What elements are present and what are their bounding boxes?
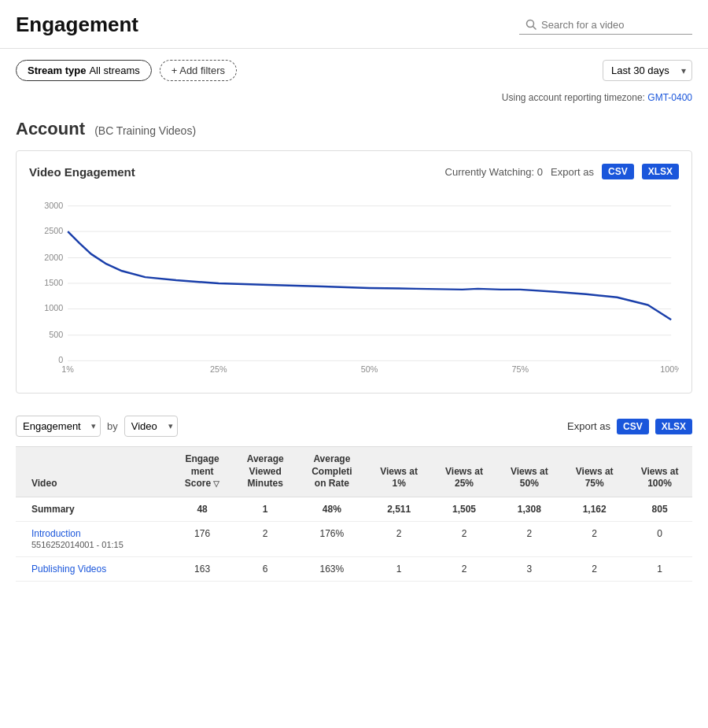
timezone-link[interactable]: GMT-0400	[647, 92, 692, 103]
summary-avg-completion: 48%	[297, 497, 367, 521]
row2-views-50: 3	[496, 556, 562, 581]
col-header-views-50: Views at50%	[496, 447, 562, 497]
row1-views-1: 2	[367, 521, 432, 556]
table-row: Publishing Videos 163 6 163% 1 2 3 2 1	[16, 556, 692, 581]
page-header: Engagement	[0, 0, 708, 49]
metric-select[interactable]: Engagement	[16, 416, 101, 437]
row2-views-1: 1	[367, 556, 432, 581]
svg-text:1500: 1500	[44, 278, 63, 287]
search-icon	[525, 19, 537, 30]
row1-avg-completion: 176%	[297, 521, 367, 556]
date-range-wrapper: Last 30 daysLast 7 daysLast 90 daysCusto…	[603, 60, 692, 81]
data-table-wrapper: Video EngagementScore ▽ AverageViewedMin…	[0, 446, 708, 582]
account-subtitle: (BC Training Videos)	[94, 124, 196, 137]
table-export-csv-button[interactable]: CSV	[617, 419, 649, 434]
svg-text:2500: 2500	[44, 226, 63, 235]
table-export-controls: Export as CSV XLSX	[567, 419, 692, 434]
svg-text:2000: 2000	[44, 253, 63, 262]
chart-header: Video Engagement Currently Watching: 0 E…	[29, 164, 679, 179]
timezone-row: Using account reporting timezone: GMT-04…	[0, 92, 708, 111]
engagement-chart-wrapper: 0 500 1000 1500 2000 2500 3000 1% 25% 50…	[29, 189, 679, 380]
col-header-views-25: Views at25%	[432, 447, 497, 497]
row1-views-50: 2	[496, 521, 562, 556]
table-export-label: Export as	[567, 420, 610, 432]
col-header-avg-viewed: AverageViewedMinutes	[233, 447, 297, 497]
row1-views-75: 2	[562, 521, 627, 556]
video-cell-2: Publishing Videos	[16, 556, 171, 581]
svg-text:500: 500	[49, 330, 63, 339]
summary-avg-viewed: 1	[233, 497, 297, 521]
row1-views-25: 2	[432, 521, 497, 556]
svg-text:100%: 100%	[660, 364, 679, 374]
dimension-select[interactable]: Video	[124, 416, 178, 437]
svg-line-1	[533, 27, 537, 30]
summary-engagement-score: 48	[171, 497, 234, 521]
account-section-title: Account (BC Training Videos)	[0, 111, 708, 150]
chart-meta: Currently Watching: 0 Export as CSV XLSX	[445, 164, 679, 179]
timezone-prefix: Using account reporting timezone:	[502, 92, 645, 103]
currently-watching-label: Currently Watching: 0	[445, 166, 544, 178]
row1-avg-viewed: 2	[233, 521, 297, 556]
col-header-views-1: Views at1%	[367, 447, 432, 497]
chart-export-xlsx-button[interactable]: XLSX	[642, 164, 679, 179]
svg-text:1%: 1%	[61, 364, 74, 374]
add-filters-button[interactable]: + Add filters	[160, 60, 237, 81]
svg-text:25%: 25%	[210, 364, 227, 374]
svg-text:75%: 75%	[512, 364, 529, 374]
page-title: Engagement	[16, 13, 138, 37]
table-controls: Engagement by Video Export as CSV XLSX	[0, 406, 708, 446]
col-header-views-100: Views at100%	[627, 447, 692, 497]
engagement-table: Video EngagementScore ▽ AverageViewedMin…	[16, 446, 692, 582]
account-label: Account	[16, 119, 85, 139]
chart-title: Video Engagement	[29, 165, 135, 179]
dimension-select-wrapper: Video	[124, 416, 178, 437]
summary-views-100: 805	[627, 497, 692, 521]
date-range-select[interactable]: Last 30 daysLast 7 daysLast 90 daysCusto…	[603, 60, 692, 81]
filters-left: Stream type All streams + Add filters	[16, 60, 237, 81]
video-link-2[interactable]: Publishing Videos	[31, 564, 167, 575]
by-label: by	[107, 420, 118, 432]
search-box[interactable]	[519, 16, 692, 35]
row2-avg-viewed: 6	[233, 556, 297, 581]
row1-views-100: 0	[627, 521, 692, 556]
row1-engagement-score: 176	[171, 521, 234, 556]
col-header-avg-completion: AverageCompletion Rate	[297, 447, 367, 497]
col-header-views-75: Views at75%	[562, 447, 627, 497]
summary-views-75: 1,162	[562, 497, 627, 521]
svg-text:1000: 1000	[44, 303, 63, 312]
search-input[interactable]	[541, 19, 683, 31]
svg-text:50%: 50%	[361, 364, 378, 374]
svg-text:0: 0	[58, 355, 63, 364]
chart-export-csv-button[interactable]: CSV	[602, 164, 634, 179]
row2-views-75: 2	[562, 556, 627, 581]
metric-select-wrapper: Engagement	[16, 416, 101, 437]
video-link-1[interactable]: Introduction	[31, 528, 167, 539]
stream-type-button[interactable]: Stream type All streams	[16, 60, 152, 81]
stream-type-label: Stream type	[28, 65, 86, 76]
table-controls-left: Engagement by Video	[16, 416, 178, 437]
chart-card: Video Engagement Currently Watching: 0 E…	[16, 150, 692, 394]
table-row-summary: Summary 48 1 48% 2,511 1,505 1,308 1,162…	[16, 497, 692, 521]
summary-views-50: 1,308	[496, 497, 562, 521]
summary-views-1: 2,511	[367, 497, 432, 521]
row2-views-25: 2	[432, 556, 497, 581]
export-as-label: Export as	[551, 166, 594, 178]
table-row: Introduction 5516252014001 - 01:15 176 2…	[16, 521, 692, 556]
filters-row: Stream type All streams + Add filters La…	[0, 49, 708, 92]
col-header-engagement-score[interactable]: EngagementScore ▽	[171, 447, 234, 497]
table-export-xlsx-button[interactable]: XLSX	[655, 419, 692, 434]
col-header-video: Video	[16, 447, 171, 497]
row2-engagement-score: 163	[171, 556, 234, 581]
video-cell-1: Introduction 5516252014001 - 01:15	[16, 521, 171, 556]
summary-views-25: 1,505	[432, 497, 497, 521]
summary-label: Summary	[16, 497, 171, 521]
table-header-row: Video EngagementScore ▽ AverageViewedMin…	[16, 447, 692, 497]
stream-type-value: All streams	[89, 65, 139, 76]
row2-avg-completion: 163%	[297, 556, 367, 581]
svg-text:3000: 3000	[44, 201, 63, 210]
engagement-chart: 0 500 1000 1500 2000 2500 3000 1% 25% 50…	[29, 189, 679, 378]
video-id-1: 5516252014001 - 01:15	[31, 540, 124, 549]
row2-views-100: 1	[627, 556, 692, 581]
